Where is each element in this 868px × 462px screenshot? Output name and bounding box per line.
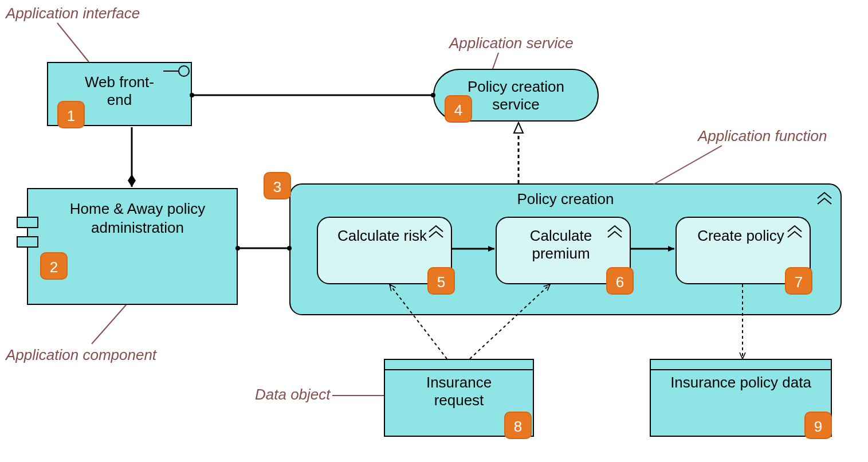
annotation-line <box>57 23 89 62</box>
home-away-label: Home & Away policy administration <box>49 199 226 237</box>
insurance-policy-data-label: Insurance policy data <box>670 374 811 391</box>
calculate-premium-label: Calculate premium <box>512 227 610 263</box>
annotation-component: Application component <box>6 346 156 364</box>
web-front-end-label: Web front- end <box>85 73 154 108</box>
archimate-diagram: Application interface Application servic… <box>0 0 868 462</box>
annotation-line <box>493 53 498 69</box>
home-away-component: Home & Away policy administration <box>27 188 238 305</box>
component-lug-icon <box>17 236 38 248</box>
badge-3: 3 <box>264 172 291 199</box>
badge-7: 7 <box>785 267 812 295</box>
badge-8: 8 <box>504 412 532 439</box>
create-policy-label: Create policy <box>697 227 784 245</box>
data-object-header-icon <box>385 360 533 370</box>
annotation-data: Data object <box>255 386 331 404</box>
badge-6: 6 <box>606 267 634 295</box>
calculate-risk-label: Calculate risk <box>337 227 427 245</box>
function-chevron-icon <box>607 225 623 238</box>
svg-point-1 <box>179 66 189 76</box>
badge-9: 9 <box>804 412 832 439</box>
function-chevron-icon <box>816 191 832 205</box>
insurance-request-label: Insurance request <box>402 374 516 409</box>
policy-creation-function: Policy creation Calculate risk Calculate… <box>289 183 842 315</box>
annotation-interface: Application interface <box>6 5 140 22</box>
badge-4: 4 <box>445 95 472 123</box>
annotation-line <box>653 146 722 185</box>
annotation-line <box>92 305 126 344</box>
badge-2: 2 <box>40 252 68 280</box>
policy-creation-title: Policy creation <box>290 190 840 208</box>
function-chevron-icon <box>428 225 444 238</box>
data-object-header-icon <box>651 360 831 370</box>
badge-1: 1 <box>57 101 85 128</box>
annotation-function: Application function <box>698 127 827 145</box>
function-chevron-icon <box>787 225 803 238</box>
interface-lollipop-icon <box>162 63 191 79</box>
badge-5: 5 <box>427 267 455 295</box>
annotation-service: Application service <box>449 34 574 52</box>
component-lug-icon <box>17 217 38 228</box>
